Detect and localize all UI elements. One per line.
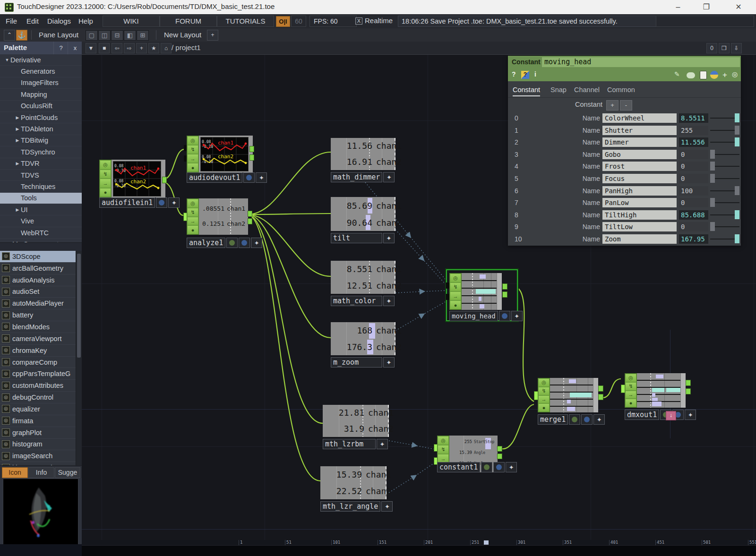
node-label-audiofilein1[interactable]: audiofilein1 ✦ bbox=[99, 197, 174, 208]
palette-tree-item[interactable]: OculusRift bbox=[0, 101, 82, 112]
param-value-field[interactable]: 0 bbox=[679, 222, 708, 231]
overlay-window-icon[interactable]: ❒ bbox=[719, 43, 730, 53]
help-icon[interactable]: ? bbox=[512, 70, 516, 78]
param-value-field[interactable]: 0 bbox=[679, 174, 708, 183]
node-flag-icon[interactable]: ✦ bbox=[251, 238, 262, 248]
layout-three-button[interactable]: ◧ bbox=[124, 30, 136, 41]
menu-file[interactable]: File bbox=[6, 17, 17, 26]
palette-list-item[interactable]: ◎ cameraViewport bbox=[0, 333, 76, 345]
palette-list-item[interactable]: ◎ firmata bbox=[0, 415, 76, 427]
bypass-flag-icon[interactable]: ↯ bbox=[187, 208, 198, 217]
minimize-button[interactable]: – bbox=[667, 0, 689, 14]
download-badge-icon[interactable]: ↓ bbox=[666, 411, 676, 420]
menu-help[interactable]: Help bbox=[78, 17, 93, 26]
palette-tree-item[interactable]: Mapping bbox=[0, 89, 82, 100]
bypass-flag-icon[interactable]: ↯ bbox=[100, 170, 111, 179]
tab-channel[interactable]: Channel bbox=[574, 86, 600, 95]
jump-down-icon[interactable]: ⇩ bbox=[731, 43, 742, 53]
tree-arrow-icon[interactable]: ▶ bbox=[14, 127, 21, 131]
node-dmxout1[interactable]: ◎ ↯ → ● bbox=[625, 373, 690, 408]
bookmark-icon[interactable]: ★ bbox=[148, 43, 159, 53]
node-state-dot[interactable] bbox=[156, 197, 167, 208]
export-flag-icon[interactable]: → bbox=[538, 395, 550, 404]
copy-parameters-icon[interactable] bbox=[700, 71, 707, 79]
palette-tree-item[interactable]: Techniques bbox=[0, 181, 82, 192]
palette-list-item[interactable]: ◎ customAttributes bbox=[0, 380, 76, 392]
export-flag-icon[interactable]: → bbox=[100, 179, 111, 188]
export-flag-icon[interactable]: → bbox=[187, 154, 198, 163]
tab-snap[interactable]: Snap bbox=[550, 86, 567, 95]
palette-help-button[interactable]: ? bbox=[53, 42, 68, 54]
node-moving_head-selected[interactable]: ◎ ↯ → ● moving_head ✦ bbox=[446, 269, 518, 321]
node-state-dot[interactable] bbox=[569, 414, 580, 425]
param-name-field[interactable]: Focus bbox=[602, 174, 677, 183]
node-label-dmxout1[interactable]: dmxout1 ✦ bbox=[625, 410, 690, 420]
node-label-moving_head[interactable]: moving_head ✦ bbox=[449, 311, 515, 321]
param-name-field[interactable]: ColorWheel bbox=[602, 113, 677, 123]
palette-tree-item[interactable]: ▶ PointClouds bbox=[0, 112, 82, 123]
node-flag-icon[interactable]: ✦ bbox=[685, 410, 696, 420]
node-state-dot[interactable] bbox=[481, 462, 492, 472]
param-name-field[interactable]: TiltHigh bbox=[602, 210, 677, 220]
palette-tree-item[interactable]: ▶ TDVR bbox=[0, 158, 82, 170]
anchor-icon[interactable]: ⚓ bbox=[16, 30, 27, 41]
output-connector[interactable] bbox=[248, 218, 252, 224]
forum-link[interactable]: FORUM bbox=[160, 16, 217, 27]
node-flag-icon[interactable]: ✦ bbox=[383, 357, 395, 368]
output-connector[interactable] bbox=[248, 211, 252, 217]
close-button[interactable]: ✕ bbox=[728, 0, 749, 14]
palette-list-item[interactable]: ◎ battery bbox=[0, 309, 76, 321]
output-connector[interactable] bbox=[497, 446, 502, 452]
palette-close-button[interactable]: x bbox=[68, 42, 82, 54]
timeline-strip[interactable]: 1 51 101 151 201 251 301 351 401 bbox=[82, 540, 756, 556]
wiki-link[interactable]: WIKI bbox=[103, 16, 160, 27]
palette-list-item[interactable]: ◎ audioAnalysis bbox=[0, 274, 76, 286]
bomb-flag-icon[interactable]: ● bbox=[538, 403, 550, 412]
menu-dialogs[interactable]: Dialogs bbox=[47, 17, 71, 26]
bomb-flag-icon[interactable]: ● bbox=[450, 300, 461, 309]
output-connector[interactable] bbox=[686, 388, 691, 394]
node-label-tilt[interactable]: tilt ✦ bbox=[331, 233, 395, 243]
timeline-ruler[interactable]: 1 51 101 151 201 251 301 351 401 bbox=[82, 540, 756, 546]
node-m_zoom[interactable]: 168chan1 176.3chan2 bbox=[331, 322, 395, 355]
tree-arrow-icon[interactable]: ▶ bbox=[14, 115, 21, 120]
palette-tree-item[interactable]: TDVS bbox=[0, 170, 82, 181]
node-math_dimmer[interactable]: 11.56chan1 16.91chan2 bbox=[331, 138, 395, 170]
param-value-field[interactable]: 167.95 bbox=[679, 234, 708, 244]
node-audiofilein1[interactable]: ◎ ↯ → ● 0.08 -0.10 0.08 -0.10 chan1 bbox=[99, 160, 165, 197]
param-slider[interactable] bbox=[710, 186, 739, 196]
node-label-merge1[interactable]: merge1 ✦ bbox=[538, 414, 601, 425]
node-flag-icon[interactable]: ✦ bbox=[381, 501, 393, 512]
palette-list-item[interactable]: ◎ compareComp bbox=[0, 357, 76, 368]
layout-single-button[interactable]: ▢ bbox=[86, 30, 98, 41]
palette-list-item[interactable]: ◎ graphPlot bbox=[0, 427, 76, 439]
param-name-field[interactable]: PanHigh bbox=[602, 186, 677, 196]
node-label-m_zoom[interactable]: m_zoom ✦ bbox=[331, 357, 395, 368]
node-state-dot[interactable] bbox=[243, 172, 255, 183]
param-name-field[interactable]: Frost bbox=[602, 162, 677, 171]
palette-tree-item[interactable]: Tools bbox=[0, 193, 82, 204]
node-flag-icon[interactable]: ✦ bbox=[593, 414, 605, 425]
palette-list-item[interactable]: ◎ debugControl bbox=[0, 392, 76, 403]
viewer-flag-icon[interactable]: ◎ bbox=[450, 274, 461, 282]
param-slider[interactable] bbox=[710, 174, 739, 183]
palette-list-item[interactable]: ◎ equalizer bbox=[0, 403, 76, 415]
param-value-field[interactable]: 0 bbox=[679, 198, 708, 207]
export-flag-icon[interactable]: → bbox=[187, 217, 198, 226]
node-tilt[interactable]: 85.69chan1 90.64chan2 bbox=[331, 197, 395, 231]
export-flag-icon[interactable]: → bbox=[450, 291, 461, 300]
add-channel-button[interactable]: + bbox=[606, 100, 619, 111]
bomb-flag-icon[interactable]: ● bbox=[187, 163, 198, 172]
add-icon[interactable]: + bbox=[722, 70, 727, 80]
tab-info[interactable]: Info bbox=[28, 467, 54, 478]
maximize-button[interactable]: ❐ bbox=[696, 0, 717, 14]
python-icon[interactable] bbox=[710, 71, 718, 79]
info-icon[interactable]: i bbox=[534, 70, 536, 78]
param-value-field[interactable]: 11.556 bbox=[679, 137, 708, 147]
palette-tree-item[interactable]: ▶ TDAbleton bbox=[0, 123, 82, 135]
palette-tree-item[interactable]: Generators bbox=[0, 66, 82, 77]
palette-tree-item[interactable]: ▼ Derivative bbox=[0, 54, 82, 66]
param-slider[interactable] bbox=[710, 198, 739, 207]
node-label-analyze1[interactable]: analyze1 ✦ bbox=[187, 238, 258, 248]
scrollbar-thumb[interactable] bbox=[77, 254, 81, 358]
